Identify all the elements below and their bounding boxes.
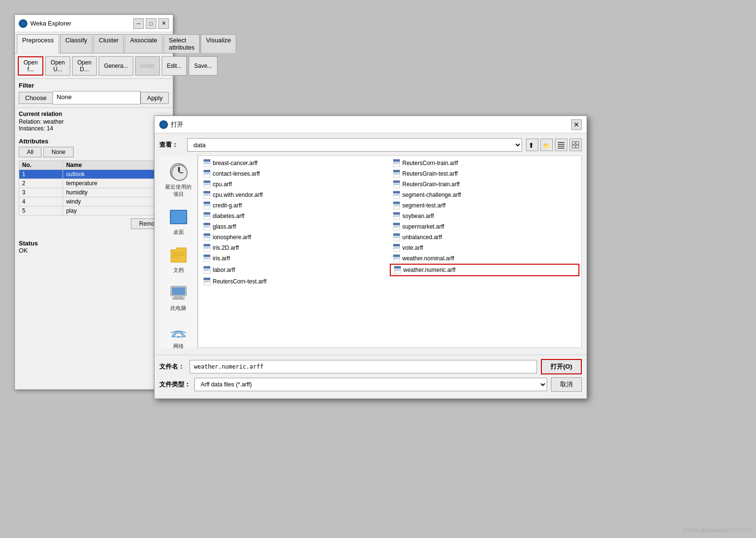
filetype-label: 文件类型： bbox=[159, 380, 191, 389]
filter-value-display: None bbox=[53, 91, 141, 104]
choose-filter-button[interactable]: Choose bbox=[19, 92, 53, 104]
svg-rect-113 bbox=[204, 280, 210, 280]
svg-text:ARFF: ARFF bbox=[204, 269, 210, 271]
nav-computer[interactable]: 此电脑 bbox=[159, 281, 197, 315]
svg-text:ARFF: ARFF bbox=[204, 215, 210, 218]
svg-rect-6 bbox=[572, 141, 575, 144]
tab-cluster[interactable]: Cluster bbox=[93, 34, 124, 53]
arff-file-icon: ARFF bbox=[393, 170, 400, 178]
apply-filter-button[interactable]: Apply bbox=[141, 92, 169, 104]
list-item[interactable]: ARFF labor.arff bbox=[200, 264, 390, 276]
list-item[interactable]: ARFF weather.numeric.arff bbox=[390, 264, 579, 276]
close-button[interactable]: ✕ bbox=[158, 18, 169, 29]
svg-rect-61 bbox=[393, 204, 400, 204]
list-item[interactable]: ARFF unbalanced.arff bbox=[390, 232, 579, 243]
list-item[interactable]: ARFF segment-test.arff bbox=[390, 200, 579, 211]
list-item[interactable]: ARFF cpu.arff bbox=[200, 179, 390, 190]
dialog-bottom: 文件名： 打开(O) 文件类型： Arff data files (*.arff… bbox=[154, 355, 587, 398]
list-item[interactable]: ARFF vote.arff bbox=[390, 243, 579, 253]
list-item[interactable]: ARFF breast-cancer.arff bbox=[200, 158, 390, 168]
attr-name: humidity bbox=[63, 188, 169, 197]
list-item[interactable]: ARFF ReutersCorn-train.arff bbox=[390, 158, 579, 168]
nav-documents[interactable]: 文档 bbox=[159, 243, 197, 277]
filetype-select[interactable]: Arff data files (*.arff) bbox=[194, 378, 547, 391]
svg-rect-69 bbox=[393, 214, 400, 215]
attributes-table: No. Name 1outlook2temperature3humidity4w… bbox=[19, 160, 169, 216]
filter-label: Filter bbox=[19, 82, 169, 89]
clock-icon bbox=[170, 163, 187, 180]
arff-file-icon: ARFF bbox=[393, 202, 400, 209]
list-view-icon[interactable] bbox=[555, 139, 567, 151]
list-item[interactable]: ARFF credit-g.arff bbox=[200, 200, 390, 211]
documents-icon bbox=[169, 245, 188, 265]
nav-up-icon[interactable]: ⬆ bbox=[526, 139, 538, 151]
svg-rect-9 bbox=[576, 145, 579, 148]
tab-preprocess[interactable]: Preprocess bbox=[17, 34, 59, 53]
table-row[interactable]: 2temperature bbox=[19, 179, 169, 188]
open-url-button[interactable]: Open U... bbox=[45, 56, 70, 76]
list-item[interactable]: ARFF weather.nominal.arff bbox=[390, 253, 579, 264]
relation-section-title: Current relation bbox=[19, 111, 169, 117]
cancel-button[interactable]: 取消 bbox=[551, 377, 582, 392]
arff-file-icon: ARFF bbox=[203, 233, 211, 241]
table-row[interactable]: 3humidity bbox=[19, 188, 169, 197]
list-item[interactable]: ARFF ReutersCorn-test.arff bbox=[200, 276, 390, 287]
list-item[interactable]: ARFF iris.arff bbox=[200, 253, 390, 264]
arff-file-icon: ARFF bbox=[393, 159, 400, 167]
tab-associate[interactable]: Associate bbox=[125, 34, 162, 53]
tab-classify[interactable]: Classify bbox=[60, 34, 93, 53]
list-item[interactable]: ARFF soybean.arff bbox=[390, 211, 579, 221]
tab-visualize[interactable]: Visualize bbox=[201, 34, 236, 53]
arff-file-icon: ARFF bbox=[393, 212, 400, 220]
status-label: Status bbox=[19, 240, 169, 247]
svg-rect-89 bbox=[204, 246, 210, 246]
list-item[interactable]: ARFF glass.arff bbox=[200, 221, 390, 232]
computer-label: 此电脑 bbox=[170, 305, 186, 312]
dialog-close-button[interactable]: ✕ bbox=[571, 119, 582, 130]
file-name: cpu.with.vendor.arff bbox=[213, 192, 263, 198]
minimize-button[interactable]: ─ bbox=[133, 18, 144, 29]
table-row[interactable]: 1outlook bbox=[19, 170, 169, 179]
list-item[interactable]: ARFF ReutersGrain-test.arff bbox=[390, 168, 579, 179]
generate-button[interactable]: Genera... bbox=[99, 56, 133, 76]
select-all-button[interactable]: All bbox=[19, 147, 41, 157]
table-row[interactable]: 4windy bbox=[19, 197, 169, 206]
tab-select-attributes[interactable]: Select attributes bbox=[164, 34, 200, 53]
create-folder-icon[interactable]: 📁 bbox=[540, 139, 553, 151]
nav-network[interactable]: 网络 bbox=[159, 319, 197, 353]
list-item[interactable]: ARFF ionosphere.arff bbox=[200, 232, 390, 243]
list-item[interactable]: ARFF supermarket.arff bbox=[390, 221, 579, 232]
list-item[interactable]: ARFF cpu.with.vendor.arff bbox=[200, 190, 390, 200]
list-item[interactable]: ARFF diabetes.arff bbox=[200, 211, 390, 221]
svg-rect-3 bbox=[558, 144, 564, 145]
svg-text:ARFF: ARFF bbox=[204, 246, 210, 249]
select-none-button[interactable]: None bbox=[43, 147, 74, 157]
open-db-button[interactable]: Open D... bbox=[72, 56, 97, 76]
nav-recent[interactable]: 最近使用的项目 bbox=[159, 159, 197, 201]
maximize-button[interactable]: □ bbox=[146, 18, 156, 29]
undo-button[interactable]: Undo bbox=[135, 56, 160, 76]
open-dialog-button[interactable]: 打开(O) bbox=[541, 359, 582, 374]
details-view-icon[interactable] bbox=[569, 139, 582, 151]
file-name: breast-cancer.arff bbox=[213, 160, 257, 167]
nav-desktop[interactable]: 桌面 bbox=[159, 205, 197, 239]
location-dropdown[interactable]: data bbox=[187, 138, 522, 152]
save-button[interactable]: Save... bbox=[189, 56, 217, 76]
list-item[interactable]: ARFF ReutersGrain-train.arff bbox=[390, 179, 579, 190]
attr-name: windy bbox=[63, 197, 169, 206]
table-row[interactable]: 5play bbox=[19, 206, 169, 216]
svg-text:ARFF: ARFF bbox=[204, 257, 210, 260]
filename-input[interactable] bbox=[190, 360, 537, 373]
file-name: ReutersCorn-test.arff bbox=[213, 278, 267, 285]
list-item[interactable]: ARFF iris.2D.arff bbox=[200, 243, 390, 253]
open-file-button[interactable]: Open f... bbox=[18, 56, 43, 76]
list-item[interactable]: ARFF segment-challenge.arff bbox=[390, 190, 579, 200]
list-item[interactable]: ARFF contact-lenses.arff bbox=[200, 168, 390, 179]
edit-button[interactable]: Edit... bbox=[162, 56, 187, 76]
file-name: segment-test.arff bbox=[402, 202, 446, 209]
arff-file-icon: ARFF bbox=[203, 202, 211, 209]
file-name: unbalanced.arff bbox=[402, 234, 442, 241]
arff-file-icon: ARFF bbox=[203, 266, 211, 274]
attr-no: 2 bbox=[19, 179, 63, 188]
arff-file-icon: ARFF bbox=[203, 159, 211, 167]
